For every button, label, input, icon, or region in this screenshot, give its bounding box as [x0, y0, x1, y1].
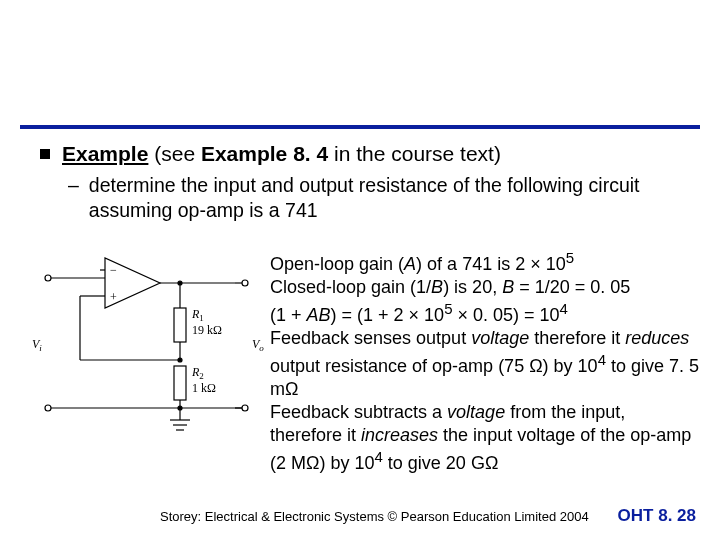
- svg-point-0: [45, 275, 51, 281]
- svg-point-8: [242, 405, 248, 411]
- bullet-level-1: Example (see Example 8. 4 in the course …: [40, 140, 680, 167]
- square-bullet-icon: [40, 149, 50, 159]
- svg-text:R2: R2: [191, 365, 204, 381]
- svg-point-24: [178, 406, 182, 410]
- svg-rect-10: [174, 308, 186, 342]
- opamp-minus-icon: −: [110, 263, 117, 277]
- circuit-figure: − + Vi Vo R1 19 kΩ R2 1 kΩ: [20, 248, 270, 475]
- bullet-level-2: – determine the input and output resista…: [68, 173, 680, 222]
- svg-text:Vi: Vi: [32, 337, 42, 353]
- line-output-resistance: Feedback senses output voltage therefore…: [270, 327, 700, 401]
- svg-text:1 kΩ: 1 kΩ: [192, 381, 216, 395]
- svg-point-1: [45, 405, 51, 411]
- slide-container: Example (see Example 8. 4 in the course …: [0, 0, 720, 540]
- line-input-resistance: Feedback subtracts a voltage from the in…: [270, 401, 700, 475]
- line-open-loop: Open-loop gain (A) of a 741 is 2 × 105: [270, 248, 700, 276]
- svg-text:19 kΩ: 19 kΩ: [192, 323, 222, 337]
- opamp-plus-icon: +: [110, 290, 117, 304]
- example-label: Example: [62, 142, 148, 165]
- opamp-svg-icon: − + Vi Vo R1 19 kΩ R2 1 kΩ: [20, 248, 270, 463]
- bullet-2-text: determine the input and output resistanc…: [89, 173, 680, 222]
- footer-citation: Storey: Electrical & Electronic Systems …: [160, 509, 589, 524]
- svg-text:R1: R1: [191, 307, 204, 323]
- svg-rect-13: [174, 366, 186, 400]
- explanation-text: Open-loop gain (A) of a 741 is 2 × 105 C…: [270, 248, 700, 475]
- svg-text:Vo: Vo: [252, 337, 264, 353]
- line-1-plus-ab: (1 + AB) = (1 + 2 × 105 × 0. 05) = 104: [270, 299, 700, 327]
- svg-point-23: [178, 281, 182, 285]
- body-text: Example (see Example 8. 4 in the course …: [40, 140, 680, 222]
- content-row: − + Vi Vo R1 19 kΩ R2 1 kΩ Open-loop gai…: [20, 248, 700, 475]
- svg-point-7: [242, 280, 248, 286]
- bullet-1-text: Example (see Example 8. 4 in the course …: [62, 140, 501, 167]
- example-ref: Example 8. 4: [201, 142, 328, 165]
- header-rule: [20, 125, 700, 129]
- footer-page-number: OHT 8. 28: [618, 506, 696, 526]
- line-closed-loop: Closed-loop gain (1/B) is 20, B = 1/20 =…: [270, 276, 700, 299]
- dash-bullet-icon: –: [68, 173, 79, 222]
